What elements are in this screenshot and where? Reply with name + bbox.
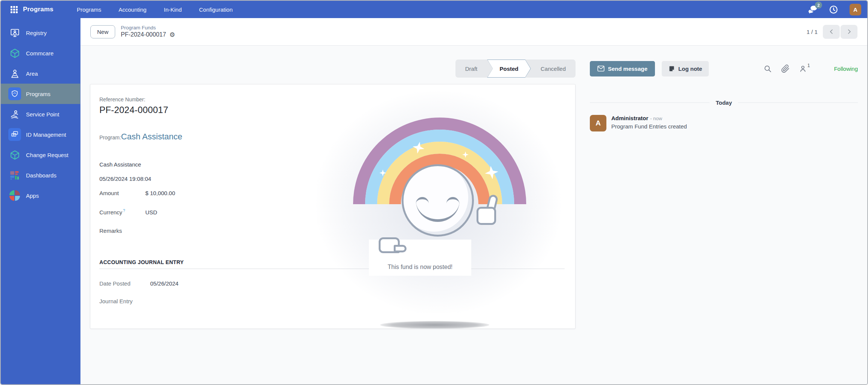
control-panel: New Program Funds PF-2024-000017 ⚙ 1 / 1: [81, 18, 867, 46]
rainbow-shadow: [380, 321, 489, 329]
sidebar-item-dashboards[interactable]: Dashboards: [1, 165, 80, 185]
menu-accounting[interactable]: Accounting: [119, 6, 146, 13]
pointing-hand: [379, 237, 407, 261]
menu-configuration[interactable]: Configuration: [199, 6, 233, 13]
datetime-field[interactable]: 05/26/2024 19:08:04: [99, 176, 365, 184]
sidebar-item-registry[interactable]: Registry: [1, 23, 80, 43]
follower-count: 1: [807, 63, 810, 68]
messages-count-badge: 2: [815, 2, 822, 9]
sidebar-item-label: Apps: [26, 192, 39, 199]
navbar-menu: Programs Accounting In-Kind Configuratio…: [77, 6, 233, 13]
pager: 1 / 1: [807, 25, 857, 39]
sidebar-item-change-request[interactable]: Change Request: [1, 145, 80, 165]
id-card-icon: [8, 128, 21, 141]
messages-icon[interactable]: 2: [808, 5, 818, 14]
remarks-label: Remarks: [99, 228, 145, 234]
sidebar-item-programs[interactable]: Programs: [1, 84, 80, 104]
apps-pie-icon: [8, 189, 21, 202]
status-step-cancelled[interactable]: Cancelled: [531, 60, 576, 78]
reference-number-label: Reference Number:: [99, 96, 365, 102]
search-messages-icon[interactable]: [763, 64, 772, 73]
pager-next-button[interactable]: [841, 25, 857, 39]
dashboards-icon: [8, 169, 21, 182]
note-icon: [669, 66, 675, 72]
smiley-face: [402, 164, 474, 237]
amount-field-row: Amount $ 10,000.00: [99, 190, 365, 198]
status-step-draft[interactable]: Draft: [455, 60, 487, 78]
message-author[interactable]: Administrator: [611, 115, 648, 121]
date-posted-row: Date Posted 05/26/2024: [99, 280, 365, 287]
program-name-field[interactable]: Cash Assistance: [99, 161, 365, 170]
menu-programs[interactable]: Programs: [77, 6, 101, 13]
currency-value[interactable]: USD: [145, 209, 157, 215]
program-label: Program:: [99, 134, 121, 141]
chatter: Send message Log note: [576, 46, 867, 131]
message-body: Program Fund Entries created: [611, 123, 687, 130]
sidebar-item-label: Service Point: [26, 111, 59, 118]
reference-number-value: PF-2024-000017: [99, 105, 365, 115]
sidebar-item-label: Programs: [26, 91, 50, 97]
amount-label: Amount: [99, 190, 145, 196]
today-label: Today: [716, 99, 732, 106]
sidebar-item-area[interactable]: Area: [1, 63, 80, 84]
form-column: Draft Posted Cancelled Reference Number:…: [81, 46, 576, 329]
sidebar-item-apps[interactable]: Apps: [1, 185, 80, 206]
envelope-icon: [597, 66, 605, 72]
app-window: Programs Programs Accounting In-Kind Con…: [0, 0, 868, 385]
chatter-message: A Administrator- now Program Fund Entrie…: [590, 115, 858, 131]
sidebar-item-id-management[interactable]: ID Management: [1, 124, 80, 145]
following-button[interactable]: Following: [834, 66, 858, 72]
pager-prev-button[interactable]: [823, 25, 840, 39]
main-area: New Program Funds PF-2024-000017 ⚙ 1 / 1: [81, 18, 867, 384]
date-posted-label: Date Posted: [99, 280, 150, 287]
journal-entry-row: Journal Entry: [99, 298, 365, 304]
sidebar-item-label: Dashboards: [26, 172, 56, 179]
gear-icon[interactable]: ⚙: [169, 32, 175, 38]
sidebar-item-commcare[interactable]: Commcare: [1, 43, 80, 63]
today-divider: Today: [590, 99, 858, 106]
area-icon: [8, 67, 21, 80]
clock-glyph: [829, 5, 838, 14]
shield-icon: [8, 87, 21, 100]
new-button[interactable]: New: [90, 25, 115, 38]
amount-value[interactable]: $ 10,000.00: [145, 190, 175, 196]
activity-clock-icon[interactable]: [829, 5, 838, 14]
program-value-link[interactable]: Cash Assistance: [121, 132, 183, 142]
chatter-toolbar: Send message Log note: [590, 60, 858, 78]
form-sheet: Reference Number: PF-2024-000017 Program…: [90, 84, 576, 329]
chevron-left-icon: [828, 28, 835, 35]
currency-label: Currency?: [99, 209, 145, 215]
breadcrumb-parent[interactable]: Program Funds: [121, 25, 175, 31]
sidebar-item-label: Area: [26, 70, 38, 77]
pager-count: 1 / 1: [807, 29, 818, 35]
chatter-tools: 1 Following: [763, 64, 858, 73]
date-posted-value[interactable]: 05/26/2024: [150, 280, 178, 287]
breadcrumb: Program Funds PF-2024-000017 ⚙: [121, 25, 175, 39]
help-marker-icon: ?: [123, 209, 125, 213]
sidebar-item-label: ID Management: [26, 131, 66, 138]
smiley-smile: [416, 201, 460, 222]
sidebar-item-label: Registry: [26, 30, 47, 36]
sidebar-item-label: Change Request: [26, 152, 69, 158]
send-message-button[interactable]: Send message: [590, 61, 655, 76]
log-note-button[interactable]: Log note: [662, 61, 709, 76]
status-step-posted[interactable]: Posted: [487, 60, 531, 78]
followers-icon[interactable]: 1: [799, 64, 810, 73]
cube-icon: [8, 47, 21, 60]
sidebar-item-service-point[interactable]: Service Point: [1, 104, 80, 124]
app-title[interactable]: Programs: [23, 6, 53, 13]
user-avatar[interactable]: A: [850, 4, 861, 15]
registry-icon: [8, 26, 21, 39]
rainbow-message: This fund is now posted!: [388, 264, 453, 270]
attachments-paperclip-icon[interactable]: [781, 64, 790, 73]
menu-in-kind[interactable]: In-Kind: [164, 6, 182, 13]
chevron-right-icon: [845, 28, 853, 35]
sidebar: Registry Commcare Area: [1, 18, 81, 384]
top-navbar: Programs Programs Accounting In-Kind Con…: [1, 1, 867, 18]
statusbar: Draft Posted Cancelled: [455, 60, 576, 78]
message-avatar[interactable]: A: [590, 115, 606, 131]
apps-grid-icon[interactable]: [11, 6, 18, 13]
status-step-posted-label: Posted: [499, 66, 518, 72]
thumbs-up-hand: [475, 195, 501, 225]
navbar-right: 2 A: [808, 4, 861, 15]
